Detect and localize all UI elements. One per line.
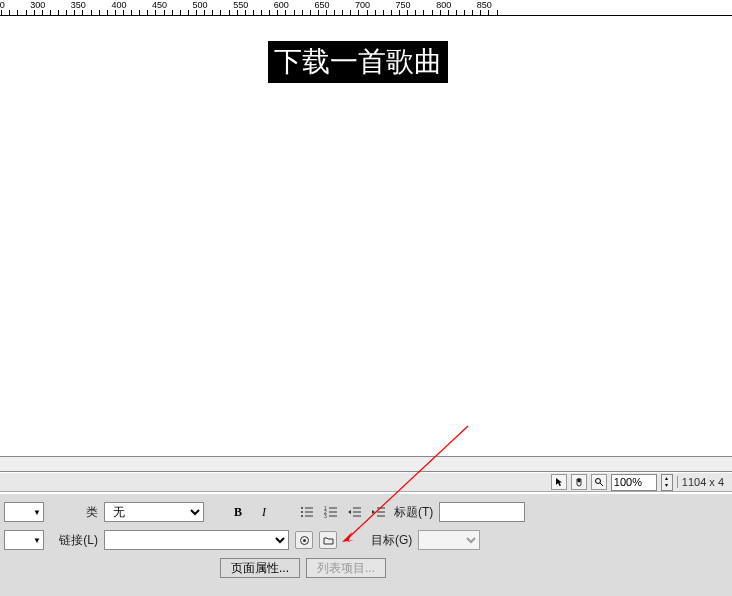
italic-button[interactable]: I [254, 502, 274, 522]
title-input[interactable] [439, 502, 525, 522]
unordered-list-icon[interactable] [298, 503, 316, 521]
svg-line-3 [600, 483, 603, 486]
horizontal-scrollbar[interactable] [0, 456, 732, 472]
link-select[interactable] [104, 530, 289, 550]
class-label: 类 [50, 504, 98, 521]
list-items-button: 列表项目... [306, 558, 386, 578]
zoom-spinner[interactable]: ▴ ▾ [661, 474, 673, 491]
document-canvas[interactable]: 下载一首歌曲 [0, 16, 732, 456]
svg-marker-23 [372, 510, 375, 514]
point-to-file-icon[interactable] [295, 531, 313, 549]
chevron-down-icon: ▼ [33, 508, 41, 517]
class-select[interactable]: 无 [104, 502, 204, 522]
style-dropdown[interactable]: ▼ [4, 530, 44, 550]
svg-point-8 [301, 515, 303, 517]
svg-text:3: 3 [324, 513, 327, 518]
svg-marker-19 [348, 510, 351, 514]
title-label: 标题(T) [394, 504, 433, 521]
format-dropdown[interactable]: ▼ [4, 502, 44, 522]
target-label: 目标(G) [371, 532, 412, 549]
target-select[interactable] [418, 530, 480, 550]
properties-panel: ▼ 类 无 B I 123 标题(T) ▼ 链接(L) [0, 492, 732, 596]
svg-point-2 [595, 479, 600, 484]
pointer-tool-icon[interactable] [551, 474, 567, 490]
ordered-list-icon[interactable]: 123 [322, 503, 340, 521]
page-properties-button[interactable]: 页面属性... [220, 558, 300, 578]
svg-point-25 [303, 539, 306, 542]
hand-tool-icon[interactable] [571, 474, 587, 490]
status-bar: ▴ ▾ 1104 x 4 [0, 472, 732, 492]
browse-folder-icon[interactable] [319, 531, 337, 549]
horizontal-ruler: 2002503003504004505005506006507007508008… [0, 0, 732, 16]
document-heading-text[interactable]: 下载一首歌曲 [268, 41, 448, 83]
bold-button[interactable]: B [228, 502, 248, 522]
link-label: 链接(L) [50, 532, 98, 549]
canvas-dimensions-label: 1104 x 4 [677, 476, 728, 488]
chevron-down-icon: ▼ [33, 536, 41, 545]
zoom-down-icon[interactable]: ▾ [662, 482, 672, 490]
svg-point-4 [301, 507, 303, 509]
zoom-up-icon[interactable]: ▴ [662, 475, 672, 483]
svg-point-6 [301, 511, 303, 513]
outdent-icon[interactable] [346, 503, 364, 521]
zoom-tool-icon[interactable] [591, 474, 607, 490]
zoom-level-input[interactable] [611, 474, 657, 491]
indent-icon[interactable] [370, 503, 388, 521]
